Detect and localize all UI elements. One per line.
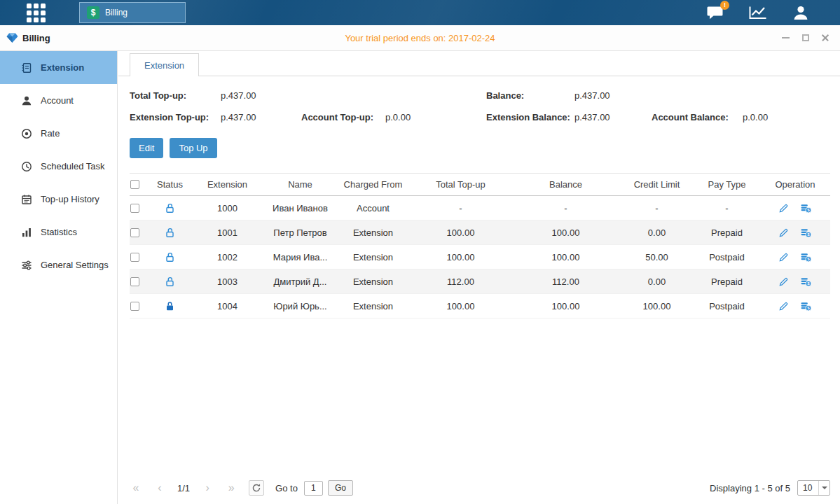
total-topup-cell: 100.00 [410,301,511,312]
row-checkbox[interactable] [130,228,139,237]
summary-label: Total Top-up: [130,90,221,101]
header-name: Name [264,179,336,190]
maximize-icon[interactable] [800,33,811,43]
header-pay-type: Pay Type [694,179,760,190]
first-page-icon[interactable]: « [130,482,142,494]
summary-label: Balance: [486,90,574,101]
bar-chart-icon [21,227,32,238]
tab-extension[interactable]: Extension [130,53,199,76]
row-checkbox[interactable] [130,277,139,286]
sidebar-item-account[interactable]: Account [0,84,117,117]
sidebar-item-general-settings[interactable]: General Settings [0,248,117,281]
summary-value: p.437.00 [574,112,652,122]
calendar-icon [21,194,32,205]
total-topup-cell: 112.00 [410,276,511,287]
row-checkbox[interactable] [130,253,139,262]
sidebar-item-extension[interactable]: Extension [0,51,117,84]
top-up-button[interactable]: Top Up [170,138,216,158]
prev-page-icon[interactable]: ‹ [153,482,166,494]
chat-icon[interactable]: ! [706,6,724,20]
balance-cell: 100.00 [511,227,620,238]
status-lock-icon[interactable] [165,203,175,214]
extension-cell: 1000 [191,203,264,214]
next-page-icon[interactable]: › [201,482,214,494]
status-lock-icon[interactable] [165,252,175,262]
top-up-icon[interactable]: $ [800,227,812,238]
edit-icon[interactable] [778,301,789,312]
window-title: Billing [22,33,50,43]
displaying-text: Displaying 1 - 5 of 5 [710,483,790,493]
goto-page-input[interactable] [304,481,323,496]
extension-icon [21,62,32,74]
sidebar-item-label: Rate [41,128,60,139]
edit-icon[interactable] [778,203,789,214]
credit-limit-cell: - [620,203,694,214]
status-lock-icon[interactable] [165,301,175,312]
charged-from-cell: Extension [336,301,410,312]
page-size-select[interactable]: 10 [797,480,830,496]
charged-from-cell: Extension [336,227,410,238]
balance-cell: 112.00 [511,276,620,287]
header-credit-limit: Credit Limit [620,179,694,190]
total-topup-cell: - [410,203,511,214]
sidebar-item-label: General Settings [41,260,109,270]
name-cell: Юрий Юрь... [264,301,336,312]
balance-cell: 100.00 [511,252,620,262]
last-page-icon[interactable]: » [225,482,237,494]
name-cell: Дмитрий Д... [264,276,336,287]
go-button[interactable]: Go [328,480,353,496]
select-all-checkbox[interactable] [130,180,139,189]
status-lock-icon[interactable] [165,276,175,287]
window-titlebar: Billing Your trial period ends on: 2017-… [0,25,840,51]
apps-grid-icon[interactable] [27,4,46,22]
status-lock-icon[interactable] [165,227,175,238]
pay-type-cell: - [694,203,760,214]
sliders-icon [21,260,32,271]
table-row: 1000 Иван Иванов Account - - - - $ [130,196,830,220]
table-row: 1001 Петр Петров Extension 100.00 100.00… [130,220,830,245]
top-up-icon[interactable]: $ [800,301,812,312]
sidebar-item-statistics[interactable]: Statistics [0,216,117,248]
summary-value: p.0.00 [743,112,830,122]
top-up-icon[interactable]: $ [800,276,812,287]
header-operation: Operation [760,179,830,190]
edit-icon[interactable] [778,252,789,262]
name-cell: Мария Ива... [264,252,336,262]
extension-cell: 1001 [191,227,264,238]
header-charged-from: Charged From [336,179,410,190]
sidebar-item-topup-history[interactable]: Top-up History [0,183,117,216]
charged-from-cell: Extension [336,252,410,262]
taskbar-tab-billing[interactable]: $ Billing [79,2,186,23]
topbar-right-icons: ! [706,5,809,20]
page-size-value: 10 [798,483,818,493]
page-indicator: 1/1 [177,483,190,493]
edit-icon[interactable] [778,227,789,238]
pay-type-cell: Postpaid [694,301,760,312]
window-controls [780,33,830,43]
summary-label: Extension Top-up: [130,112,221,122]
sidebar-item-scheduled-task[interactable]: Scheduled Task [0,150,117,183]
billing-gem-icon [6,32,18,43]
name-cell: Петр Петров [264,227,336,238]
row-checkbox[interactable] [130,302,139,311]
summary-value: p.437.00 [221,112,301,122]
edit-icon[interactable] [778,276,789,287]
main-content: Extension Total Top-up: p.437.00 Balance… [118,51,840,504]
edit-button[interactable]: Edit [130,138,163,158]
top-bar: $ Billing ! [0,0,840,25]
minimize-icon[interactable] [780,33,791,43]
sidebar-item-rate[interactable]: Rate [0,117,117,150]
clock-icon [21,161,32,172]
close-icon[interactable] [820,33,830,43]
chart-icon[interactable] [749,6,767,20]
notification-badge: ! [720,1,729,10]
summary-label: Extension Balance: [486,112,574,122]
pay-type-cell: Prepaid [694,227,760,238]
taskbar-tab-label: Billing [105,8,128,18]
top-up-icon[interactable]: $ [800,252,812,262]
row-checkbox[interactable] [130,204,139,213]
top-up-icon[interactable]: $ [800,203,812,214]
user-icon[interactable] [792,5,809,20]
refresh-icon[interactable] [249,480,264,496]
credit-limit-cell: 50.00 [620,252,694,262]
